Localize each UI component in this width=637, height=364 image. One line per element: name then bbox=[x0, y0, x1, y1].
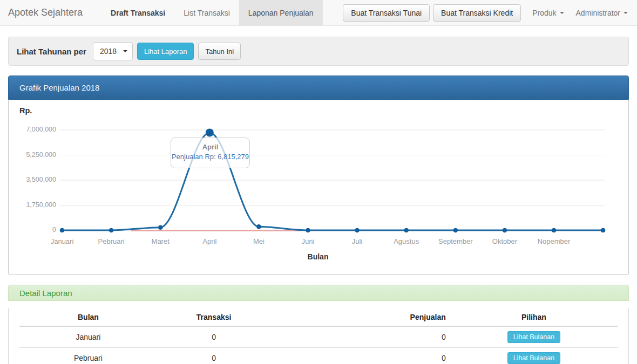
produk-dropdown[interactable]: Produk bbox=[532, 9, 564, 17]
buat-transaksi-kredit-button[interactable]: Buat Transaksi Kredit bbox=[433, 4, 521, 22]
lihat-bulanan-button[interactable]: Lihat Bulanan bbox=[507, 331, 560, 343]
page: Apotek Sejahtera Draft TransaksiList Tra… bbox=[0, 0, 637, 364]
navbar: Apotek Sejahtera Draft TransaksiList Tra… bbox=[0, 0, 637, 26]
column-header-bulan: Bulan bbox=[19, 308, 157, 326]
table-row: Januari00Lihat Bulanan bbox=[19, 326, 618, 348]
table-header-row: BulanTransaksiPenjualanPilihan bbox=[19, 308, 618, 326]
detail-panel-title: Detail Laporan bbox=[8, 285, 629, 301]
column-header-transaksi: Transaksi bbox=[157, 308, 271, 326]
nav-item-draft-transaksi[interactable]: Draft Transaksi bbox=[101, 0, 174, 25]
lihat-bulanan-button[interactable]: Lihat Bulanan bbox=[507, 352, 560, 364]
nav-item-laponan-penjualan[interactable]: Laponan Penjualan bbox=[239, 0, 323, 25]
tahun-ini-button[interactable]: Tahun Ini bbox=[198, 43, 241, 60]
produk-dropdown-label: Produk bbox=[532, 9, 556, 17]
administrator-dropdown-label: Administrator bbox=[576, 9, 620, 17]
column-header-pilihan: Pilihan bbox=[450, 308, 618, 326]
chart-panel-body bbox=[8, 100, 629, 275]
year-select-value: 2018 bbox=[100, 47, 117, 56]
cell-transaksi: 0 bbox=[157, 326, 271, 348]
cell-bulan: Pebruari bbox=[19, 348, 157, 364]
detail-panel-body: BulanTransaksiPenjualanPilihan Januari00… bbox=[8, 308, 629, 364]
nav-item-list-transaksi[interactable]: List Transaksi bbox=[174, 0, 239, 25]
lihat-laporan-button[interactable]: Lihat Laporan bbox=[137, 43, 194, 60]
chevron-down-icon bbox=[624, 12, 628, 14]
detail-table: BulanTransaksiPenjualanPilihan Januari00… bbox=[19, 308, 618, 364]
administrator-dropdown[interactable]: Administrator bbox=[576, 9, 628, 17]
detail-panel: Detail Laporan BulanTransaksiPenjualanPi… bbox=[8, 285, 629, 364]
brand[interactable]: Apotek Sejahtera bbox=[0, 0, 91, 25]
year-select[interactable]: 2018 bbox=[93, 42, 133, 60]
cell-transaksi: 0 bbox=[157, 348, 271, 364]
table-row: Pebruari00Lihat Bulanan bbox=[19, 348, 618, 364]
navbar-dropdowns: ProdukAdministrator bbox=[532, 9, 628, 17]
cell-pilihan: Lihat Bulanan bbox=[450, 326, 618, 348]
buat-transaksi-tunai-button[interactable]: Buat Transaksi Tunai bbox=[343, 4, 430, 22]
filter-bar: Lihat Tahunan per 2018 Lihat Laporan Tah… bbox=[8, 37, 629, 66]
navbar-right: Buat Transaksi TunaiBuat Transaksi Kredi… bbox=[343, 0, 637, 25]
navbar-buttons: Buat Transaksi TunaiBuat Transaksi Kredi… bbox=[343, 4, 521, 22]
chevron-down-icon bbox=[560, 12, 564, 14]
cell-penjualan: 0 bbox=[270, 326, 450, 348]
cell-bulan: Januari bbox=[19, 326, 157, 348]
nav-items: Draft TransaksiList TransaksiLaponan Pen… bbox=[101, 0, 322, 25]
chevron-down-icon bbox=[123, 50, 127, 52]
cell-pilihan: Lihat Bulanan bbox=[450, 348, 618, 364]
column-header-penjualan: Penjualan bbox=[270, 308, 450, 326]
chart-panel-title: Grafik Penjualan 2018 bbox=[8, 75, 629, 100]
filter-label: Lihat Tahunan per bbox=[17, 47, 86, 56]
chart-panel: Grafik Penjualan 2018 bbox=[8, 75, 629, 275]
cell-penjualan: 0 bbox=[270, 348, 450, 364]
